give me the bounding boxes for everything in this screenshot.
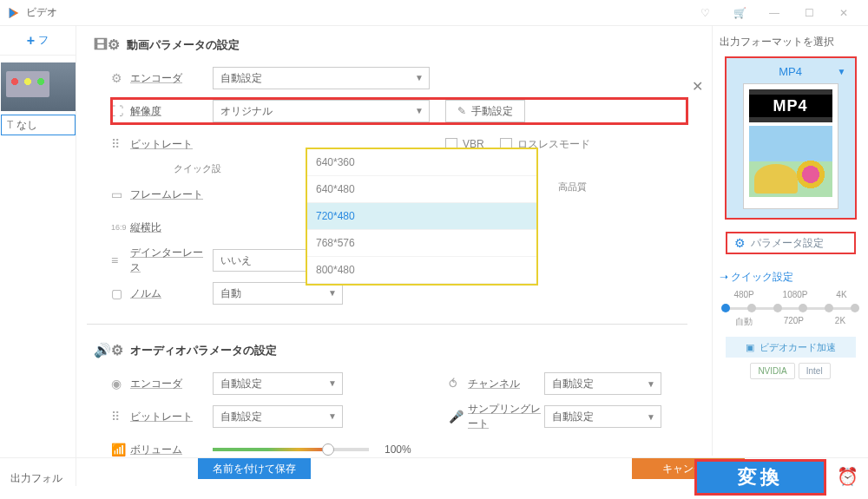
intel-badge: Intel xyxy=(799,363,831,379)
bitrate-icon: ⠿ xyxy=(111,137,130,151)
deinterlace-icon: ≡ xyxy=(111,253,130,267)
maximize-button[interactable]: ☐ xyxy=(792,1,826,25)
chip-icon: ▣ xyxy=(746,342,754,353)
chevron-down-icon: ▼ xyxy=(328,411,337,421)
label-encoder: エンコーダ xyxy=(130,71,213,86)
chevron-down-icon: ▼ xyxy=(328,378,337,388)
close-button[interactable]: ✕ xyxy=(826,1,861,25)
app-logo-icon xyxy=(7,6,21,20)
schedule-button[interactable]: ⏰ xyxy=(832,461,863,492)
resolution-option[interactable]: 720*480 xyxy=(307,203,536,230)
select-channel[interactable]: 自動設定▼ xyxy=(544,372,661,395)
add-file-button[interactable]: + フ xyxy=(0,26,76,56)
row-encoder: ⚙ エンコーダ 自動設定▼ xyxy=(111,65,687,91)
chevron-down-icon: ▼ xyxy=(838,67,846,76)
plus-icon: + xyxy=(27,33,35,49)
right-sidebar: 出力フォーマットを選択 MP4 ▼ MP4 ⚙ パラメータ設定 クイック設定 4… xyxy=(712,26,868,456)
audio-section-header: 🔊⚙ オーディオパラメータの設定 xyxy=(94,342,687,358)
panel-close-button[interactable]: ✕ xyxy=(692,78,703,95)
left-rail: + フ T なし xyxy=(0,26,76,486)
chevron-down-icon: ▼ xyxy=(328,288,337,298)
select-samplerate[interactable]: 自動設定▼ xyxy=(544,405,661,428)
format-name: MP4 ▼ xyxy=(732,63,850,83)
titlebar: ビデオ ♡ 🛒 — ☐ ✕ xyxy=(0,0,868,26)
audio-encoder-icon: ◉ xyxy=(111,377,130,391)
manual-resolution-button[interactable]: ✎ 手動設定 xyxy=(445,100,525,122)
sliders-icon: ⚙ xyxy=(734,236,746,250)
add-label: フ xyxy=(38,33,49,48)
nvidia-badge: NVIDIA xyxy=(750,363,794,379)
format-thumbnail: MP4 xyxy=(743,83,838,209)
chevron-down-icon: ▼ xyxy=(647,412,655,422)
parameter-settings-button[interactable]: ⚙ パラメータ設定 xyxy=(726,232,856,254)
format-badge: MP4 xyxy=(749,89,832,122)
quick-settings: クイック設定 480P 1080P 4K 自動 720P 2K xyxy=(720,270,861,326)
video-section-header: 🎞⚙ 動画パラメータの設定 xyxy=(94,36,687,53)
resolution-option[interactable]: 768*576 xyxy=(307,230,536,257)
label-volume: ボリューム xyxy=(130,443,213,457)
row-resolution: ⛶ 解像度 オリジナル▼ ✎ 手動設定 xyxy=(111,98,687,124)
gear-icon: ⚙ xyxy=(111,71,130,85)
select-resolution[interactable]: オリジナル▼ xyxy=(213,100,430,122)
label-deinterlace: デインターレース xyxy=(130,246,213,275)
label-resolution: 解像度 xyxy=(130,104,213,119)
pencil-icon: ✎ xyxy=(457,105,466,117)
gpu-badges: NVIDIA Intel xyxy=(750,363,830,379)
video-thumbnail[interactable] xyxy=(1,62,76,111)
chevron-down-icon: ▼ xyxy=(415,73,424,82)
resolution-option[interactable]: 640*360 xyxy=(307,149,536,176)
window-controls: ♡ 🛒 — ☐ ✕ xyxy=(687,1,861,25)
cart-icon[interactable]: 🛒 xyxy=(722,1,757,25)
output-format-title: 出力フォーマットを選択 xyxy=(720,35,834,49)
output-folder-label: 出力フォル xyxy=(10,471,62,486)
quality-scale[interactable]: 480P 1080P 4K 自動 720P 2K xyxy=(720,293,861,326)
label-bitrate: ビットレート xyxy=(130,137,213,152)
label-samplerate: サンプリングレート xyxy=(468,402,544,431)
quick-settings-title: クイック設定 xyxy=(720,270,861,285)
chevron-down-icon: ▼ xyxy=(415,106,424,115)
label-channel: チャンネル xyxy=(468,377,544,391)
aspect-icon: 16:9 xyxy=(111,223,130,232)
audio-bitrate-icon: ⠿ xyxy=(111,410,130,423)
parameter-settings-panel: ✕ 🎞⚙ 動画パラメータの設定 ⚙ エンコーダ 自動設定▼ ⛶ 解像度 オリジナ… xyxy=(76,26,698,484)
label-quick-setting: クイック設 xyxy=(174,162,221,175)
norm-icon: ▢ xyxy=(111,286,130,300)
speaker-gear-icon: 🔊⚙ xyxy=(94,342,123,358)
app-title: ビデオ xyxy=(26,5,687,20)
output-format-card[interactable]: MP4 ▼ MP4 xyxy=(725,56,857,220)
row-audio-bitrate: ⠿ ビットレート 自動設定▼ 🎤 サンプリングレート 自動設定▼ xyxy=(111,404,687,430)
select-encoder[interactable]: 自動設定▼ xyxy=(213,67,430,89)
gift-icon[interactable]: ♡ xyxy=(687,1,722,25)
framerate-icon: ▭ xyxy=(111,187,130,201)
volume-slider[interactable] xyxy=(213,448,369,451)
resolution-option[interactable]: 640*480 xyxy=(307,176,536,203)
select-audio-bitrate[interactable]: 自動設定▼ xyxy=(213,405,343,428)
label-framerate: フレームレート xyxy=(130,187,213,202)
convert-button[interactable]: 変換 xyxy=(694,459,826,496)
label-aspect: 縦横比 xyxy=(130,220,213,235)
divider xyxy=(87,324,687,325)
resolution-dropdown: 640*360 640*480 720*480 768*576 800*480 xyxy=(306,148,538,286)
clip-label[interactable]: T なし xyxy=(1,115,76,135)
minimize-button[interactable]: — xyxy=(757,1,792,25)
label-audio-bitrate: ビットレート xyxy=(130,410,213,424)
row-audio-encoder: ◉ エンコーダ 自動設定▼ ⥀ チャンネル 自動設定▼ xyxy=(111,371,687,397)
resolution-icon: ⛶ xyxy=(111,104,130,118)
chevron-down-icon: ▼ xyxy=(647,379,655,389)
channel-icon: ⥀ xyxy=(449,377,468,391)
label-audio-encoder: エンコーダ xyxy=(130,377,213,391)
volume-icon: 📶 xyxy=(111,443,130,456)
samplerate-icon: 🎤 xyxy=(449,410,468,423)
film-gear-icon: 🎞⚙ xyxy=(94,36,120,53)
clip-label-text: なし xyxy=(16,118,37,133)
gpu-accel-button[interactable]: ▣ ビデオカード加速 xyxy=(726,337,856,358)
select-audio-encoder[interactable]: 自動設定▼ xyxy=(213,372,343,395)
label-norm: ノルム xyxy=(130,286,213,301)
volume-value: 100% xyxy=(385,443,411,456)
text-icon: T xyxy=(7,119,13,131)
resolution-option[interactable]: 800*480 xyxy=(307,257,536,284)
